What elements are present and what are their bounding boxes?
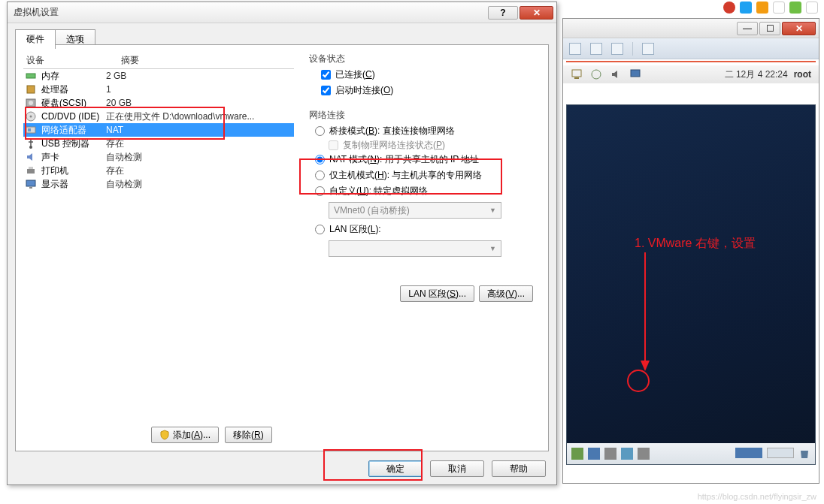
nat-radio[interactable] bbox=[315, 155, 325, 164]
svg-rect-5 bbox=[588, 448, 600, 460]
vm-desktop[interactable] bbox=[566, 104, 816, 465]
vm-clock: 二 12月 4 22:24 bbox=[725, 68, 788, 81]
svg-point-14 bbox=[30, 116, 32, 118]
cd-icon bbox=[25, 110, 37, 122]
custom-radio-row: 自定义(U): 特定虚拟网络 bbox=[309, 183, 541, 199]
svg-rect-9 bbox=[26, 74, 35, 78]
cancel-button[interactable]: 取消 bbox=[430, 460, 484, 477]
lan-segment-radio[interactable] bbox=[315, 225, 325, 234]
remove-button[interactable]: 移除(R) bbox=[225, 427, 272, 443]
connected-checkbox-row: 已连接(C) bbox=[309, 67, 541, 83]
hw-row-memory[interactable]: 内存2 GB bbox=[23, 69, 294, 83]
add-button[interactable]: 添加(A)... bbox=[151, 427, 219, 443]
app-icon[interactable] bbox=[571, 448, 583, 460]
hw-row-cd[interactable]: CD/DVD (IDE)正在使用文件 D:\download\vmware... bbox=[23, 110, 294, 123]
chevron-down-icon: ▼ bbox=[489, 207, 496, 214]
toolbar-icon[interactable] bbox=[569, 43, 581, 55]
help-button[interactable]: ? bbox=[488, 6, 518, 20]
trash-icon[interactable] bbox=[798, 448, 810, 460]
vm-taskbar bbox=[567, 443, 815, 464]
svg-rect-21 bbox=[29, 187, 32, 189]
svg-rect-16 bbox=[28, 128, 31, 131]
dialog-titlebar: 虚拟机设置 ? ✕ bbox=[8, 2, 556, 23]
watermark: https://blog.csdn.net/flyingsir_zw bbox=[698, 492, 816, 501]
hw-row-cpu[interactable]: 处理器1 bbox=[23, 83, 294, 96]
vm-top-panel: 二 12月 4 22:24 root bbox=[563, 65, 819, 83]
replicate-checkbox bbox=[329, 140, 338, 150]
connect-at-poweron-row: 启动时连接(O) bbox=[309, 83, 541, 98]
add-remove-buttons: 添加(A)... 移除(R) bbox=[151, 427, 272, 443]
svg-rect-18 bbox=[27, 169, 35, 174]
cpu-icon bbox=[25, 83, 37, 95]
ext-icon-3 bbox=[806, 2, 818, 14]
monitor-icon bbox=[629, 68, 641, 80]
hw-row-sound[interactable]: 声卡自动检测 bbox=[23, 150, 294, 164]
lan-segment-combo: ▼ bbox=[329, 240, 501, 257]
svg-rect-1 bbox=[574, 77, 579, 79]
speaker-icon bbox=[610, 68, 622, 80]
vmware-toolbar bbox=[563, 38, 819, 59]
feed-icon bbox=[756, 2, 768, 14]
chevron-down-icon: ▼ bbox=[489, 245, 496, 252]
hw-row-display[interactable]: 显示器自动检测 bbox=[23, 177, 294, 191]
close-button[interactable]: ✕ bbox=[520, 6, 553, 20]
sound-icon bbox=[25, 151, 37, 163]
vm-user: root bbox=[794, 69, 811, 80]
hostonly-radio-row: 仅主机模式(H): 与主机共享的专用网络 bbox=[309, 167, 541, 183]
svg-rect-4 bbox=[571, 448, 583, 460]
disk-icon bbox=[590, 68, 602, 80]
toolbar-icon[interactable] bbox=[590, 43, 602, 55]
app-icon[interactable] bbox=[638, 448, 650, 460]
advanced-button[interactable]: 高级(V)... bbox=[479, 285, 533, 302]
hw-row-nic[interactable]: 网络适配器NAT bbox=[23, 123, 294, 137]
device-settings: 设备状态 已连接(C) 启动时连接(O) 网络连接 桥接模式(B): 直接连接物… bbox=[309, 53, 541, 260]
ok-button[interactable]: 确定 bbox=[368, 460, 423, 477]
app-icon[interactable] bbox=[604, 448, 616, 460]
help-button[interactable]: 帮助 bbox=[492, 460, 546, 477]
annotation-arrow bbox=[638, 252, 653, 373]
maximize-button[interactable]: ☐ bbox=[759, 22, 780, 35]
hostonly-radio[interactable] bbox=[315, 171, 325, 180]
svg-point-17 bbox=[29, 146, 32, 149]
close-button[interactable]: ✕ bbox=[782, 22, 816, 35]
svg-rect-20 bbox=[26, 180, 35, 186]
tab-hardware[interactable]: 硬件 bbox=[15, 29, 56, 49]
vmware-titlebar: — ☐ ✕ bbox=[563, 19, 819, 38]
col-device: 设备 bbox=[23, 54, 121, 67]
connect-at-poweron-checkbox[interactable] bbox=[321, 86, 331, 95]
hardware-header: 设备 摘要 bbox=[23, 53, 294, 69]
toolbar-icon[interactable] bbox=[642, 43, 654, 55]
minimize-button[interactable]: — bbox=[737, 22, 758, 35]
ext-icon bbox=[773, 2, 785, 14]
network-icon[interactable] bbox=[588, 448, 600, 460]
svg-rect-8 bbox=[638, 448, 650, 460]
workspace-1[interactable] bbox=[735, 448, 762, 458]
nic-icon bbox=[25, 124, 37, 136]
bridged-radio[interactable] bbox=[315, 126, 325, 136]
lan-segments-button[interactable]: LAN 区段(S)... bbox=[400, 285, 474, 302]
ext-icon-2 bbox=[789, 2, 801, 14]
memory-icon bbox=[25, 70, 37, 82]
display-icon bbox=[25, 178, 37, 190]
col-summary: 摘要 bbox=[121, 54, 294, 67]
toolbar-icon[interactable] bbox=[611, 43, 623, 55]
connected-checkbox[interactable] bbox=[321, 70, 331, 80]
hw-row-disk[interactable]: 硬盘(SCSI)20 GB bbox=[23, 96, 294, 110]
annotation-text: 1. VMware 右键，设置 bbox=[635, 236, 756, 252]
rss-icon bbox=[740, 2, 752, 14]
hardware-list: 设备 摘要 内存2 GB处理器1硬盘(SCSI)20 GBCD/DVD (IDE… bbox=[23, 53, 294, 191]
svg-marker-23 bbox=[641, 361, 650, 371]
app-icon[interactable] bbox=[621, 448, 633, 460]
dialog-title: 虚拟机设置 bbox=[11, 6, 486, 19]
svg-point-2 bbox=[592, 70, 601, 79]
hw-row-usb[interactable]: USB 控制器存在 bbox=[23, 137, 294, 150]
svg-rect-6 bbox=[604, 448, 616, 460]
tab-indicator bbox=[566, 61, 816, 62]
workspace-2[interactable] bbox=[767, 448, 794, 458]
vmnet-combo: VMnet0 (自动桥接)▼ bbox=[329, 202, 501, 219]
custom-radio[interactable] bbox=[315, 186, 325, 196]
hw-row-printer[interactable]: 打印机存在 bbox=[23, 164, 294, 177]
svg-rect-7 bbox=[621, 448, 633, 460]
shield-icon bbox=[159, 430, 170, 440]
printer-icon bbox=[25, 164, 37, 177]
